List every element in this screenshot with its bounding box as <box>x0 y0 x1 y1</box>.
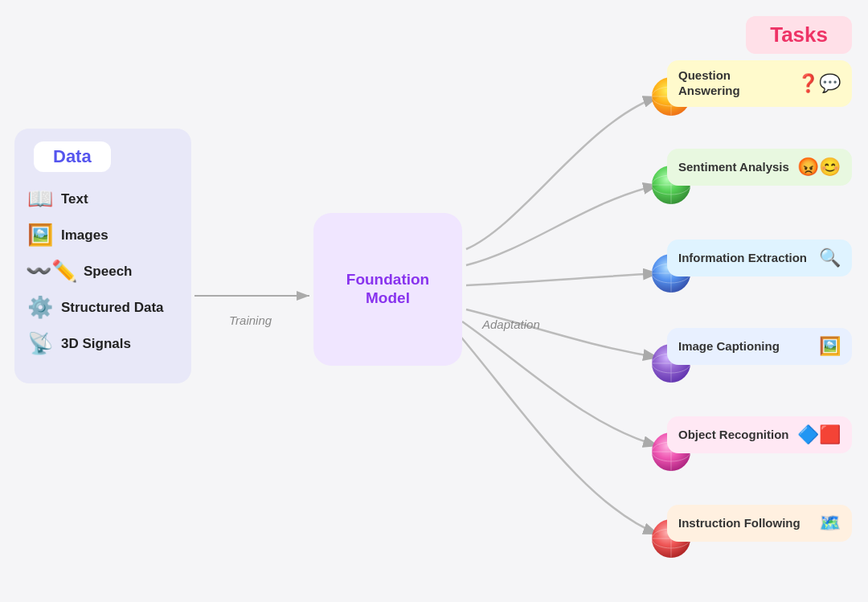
task-sa-emoji: 😡😊 <box>797 157 841 178</box>
task-if-emoji: 🗺️ <box>819 513 841 534</box>
data-item-signals: 📡 3D Signals <box>26 331 180 356</box>
data-item-text-label: Text <box>61 191 88 207</box>
data-title-box: Data <box>34 141 111 172</box>
task-sa-label: Sentiment Analysis <box>678 160 791 175</box>
task-or-label: Object Recognition <box>678 428 791 443</box>
foundation-model-label: FoundationModel <box>346 271 429 308</box>
data-item-images: 🖼️ Images <box>26 223 180 248</box>
task-ie-emoji: 🔍 <box>819 248 841 268</box>
task-box-or: Object Recognition 🔷🟥 <box>667 416 852 453</box>
data-item-speech-label: Speech <box>84 264 132 280</box>
text-icon: 📖 <box>26 186 55 211</box>
training-label: Training <box>229 313 272 327</box>
task-if-label: Instruction Following <box>678 516 813 531</box>
foundation-model-box: FoundationModel <box>313 213 462 366</box>
data-item-text: 📖 Text <box>26 186 180 211</box>
tasks-title: Tasks <box>770 23 828 47</box>
task-box-ie: Information Extraction 🔍 <box>667 240 852 276</box>
structured-icon: ⚙️ <box>26 295 55 320</box>
data-item-images-label: Images <box>61 227 108 244</box>
tasks-title-box: Tasks <box>746 16 852 54</box>
images-icon: 🖼️ <box>26 223 55 248</box>
data-item-structured-label: Structured Data <box>61 300 164 316</box>
data-item-speech: 〰️✏️ Speech <box>26 259 180 284</box>
task-or-emoji: 🔷🟥 <box>797 424 841 445</box>
data-panel: Data 📖 Text 🖼️ Images 〰️✏️ Speech ⚙️ Str… <box>14 129 191 383</box>
task-box-ic: Image Captioning 🖼️ <box>667 328 852 365</box>
data-item-structured: ⚙️ Structured Data <box>26 295 180 320</box>
data-title: Data <box>53 146 92 166</box>
task-box-if: Instruction Following 🗺️ <box>667 505 852 542</box>
task-qa-emoji: ❓💬 <box>797 73 841 94</box>
signals-icon: 📡 <box>26 331 55 356</box>
task-ie-label: Information Extraction <box>678 251 813 266</box>
task-box-qa: Question Answering ❓💬 <box>667 60 852 107</box>
task-ic-emoji: 🖼️ <box>819 336 841 357</box>
adaptation-label: Adaptation <box>482 317 540 331</box>
data-item-signals-label: 3D Signals <box>61 336 131 352</box>
speech-icon: 〰️✏️ <box>26 259 77 284</box>
task-qa-label: Question Answering <box>678 68 791 99</box>
task-box-sa: Sentiment Analysis 😡😊 <box>667 149 852 186</box>
task-ic-label: Image Captioning <box>678 339 813 354</box>
